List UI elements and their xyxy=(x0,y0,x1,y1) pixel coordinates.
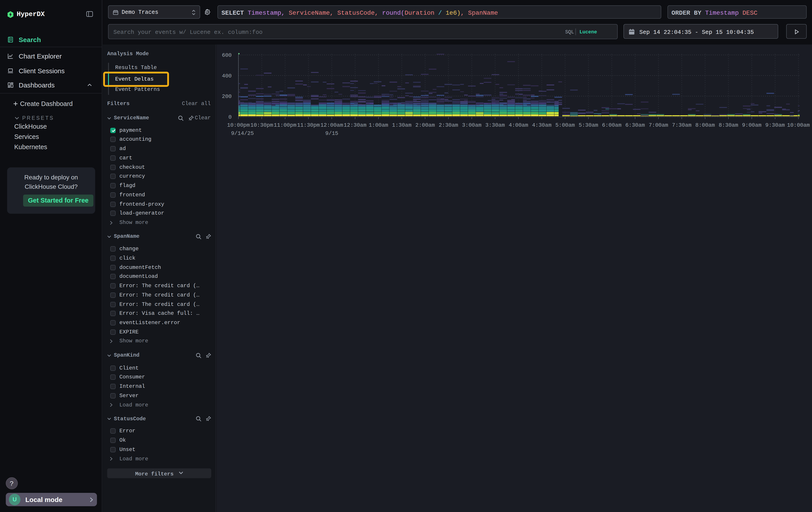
svg-text:7:00am: 7:00am xyxy=(648,122,668,128)
svg-text:9/14/25: 9/14/25 xyxy=(231,131,254,136)
svg-text:200: 200 xyxy=(222,93,232,100)
svg-text:10:00am: 10:00am xyxy=(787,122,810,128)
svg-text:12:00am: 12:00am xyxy=(320,122,343,128)
svg-text:12:30am: 12:30am xyxy=(344,122,367,128)
svg-text:4:00am: 4:00am xyxy=(509,122,528,128)
svg-text:9/15: 9/15 xyxy=(325,131,339,136)
svg-text:5:00am: 5:00am xyxy=(555,122,575,128)
svg-text:600: 600 xyxy=(222,52,232,58)
svg-text:4:30am: 4:30am xyxy=(532,122,552,128)
svg-text:6:00am: 6:00am xyxy=(602,122,622,128)
svg-text:0: 0 xyxy=(228,114,232,120)
svg-text:11:30pm: 11:30pm xyxy=(297,122,320,128)
svg-text:3:00am: 3:00am xyxy=(462,122,482,128)
svg-text:10:30pm: 10:30pm xyxy=(250,122,273,128)
svg-text:8:30am: 8:30am xyxy=(719,122,738,128)
svg-text:10:00pm: 10:00pm xyxy=(227,122,250,128)
svg-text:5:30am: 5:30am xyxy=(579,122,598,128)
svg-text:2:30am: 2:30am xyxy=(439,122,458,128)
svg-text:3:30am: 3:30am xyxy=(485,122,505,128)
svg-text:400: 400 xyxy=(222,73,232,79)
svg-text:9:30am: 9:30am xyxy=(765,122,785,128)
svg-text:1:30am: 1:30am xyxy=(392,122,411,128)
svg-text:7:30am: 7:30am xyxy=(672,122,692,128)
svg-text:1:00am: 1:00am xyxy=(369,122,388,128)
svg-text:9:00am: 9:00am xyxy=(742,122,761,128)
svg-text:6:30am: 6:30am xyxy=(625,122,645,128)
svg-text:11:00pm: 11:00pm xyxy=(274,122,296,128)
svg-text:8:00am: 8:00am xyxy=(695,122,715,128)
svg-text:2:00am: 2:00am xyxy=(415,122,435,128)
